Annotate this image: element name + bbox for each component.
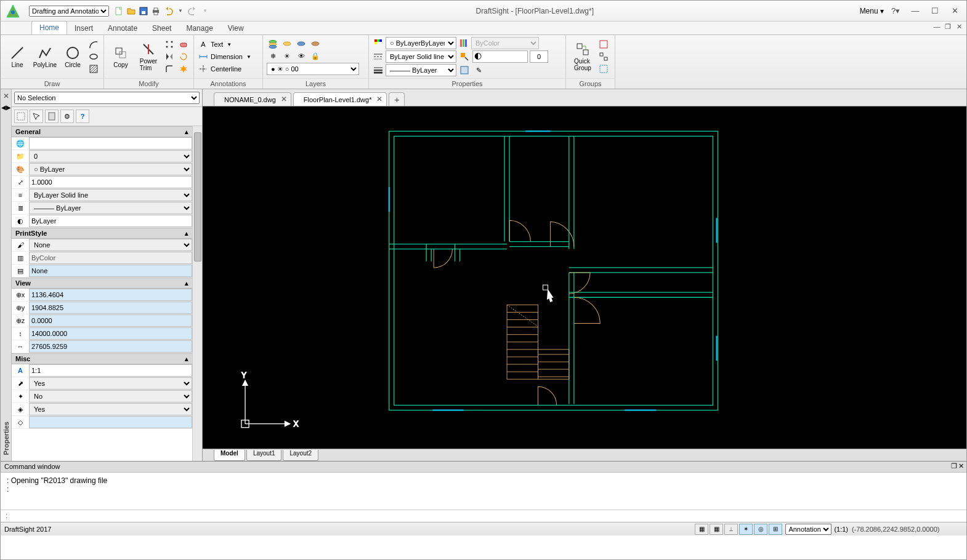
powertrim-button[interactable]: Power Trim [136,38,161,75]
prop-layer[interactable]: 0 [29,150,192,162]
ortho-toggle[interactable]: ⟂ [724,524,738,535]
tab-home[interactable]: Home [31,21,67,34]
group-edit-icon[interactable] [597,39,610,50]
layer-states-icon[interactable] [281,38,293,49]
open-icon[interactable] [126,6,136,16]
prop-ucsorigin[interactable]: No [29,390,192,402]
new-tab-button[interactable]: + [389,92,405,106]
panel-close-icon[interactable]: ✕ [3,92,9,100]
match-props-icon[interactable] [458,51,471,62]
prop-extra[interactable] [29,416,192,428]
layer-isolate-icon[interactable] [309,38,322,49]
cat-view[interactable]: View▴ [12,278,192,289]
doc-tab-floorplan[interactable]: FloorPlan-Level1.dwg*✕ [293,92,387,106]
undo-dropdown-icon[interactable]: ▼ [176,6,185,16]
layer-hide-icon[interactable]: 👁 [295,50,307,62]
arc-icon[interactable] [87,39,100,50]
command-history[interactable]: : Opening "R2013" drawing file : [1,473,966,510]
centerline-button[interactable]: Centerline [198,63,251,74]
layer-lock-icon[interactable]: 🔒 [309,50,322,62]
annotation-scale-select[interactable]: Annotation [785,524,831,535]
prop-lineweight[interactable]: ——— ByLayer [29,202,192,214]
prop-height[interactable] [29,327,192,340]
circle-button[interactable]: Circle [60,38,86,75]
etrack-toggle[interactable]: ⊞ [769,524,782,535]
explode-icon[interactable] [177,63,190,74]
help-split-icon[interactable]: ?▾ [888,6,904,17]
prop-ucsicon[interactable]: Yes [29,377,192,390]
tab-sheet[interactable]: Sheet [145,22,179,34]
selection-filter[interactable]: No Selection [14,92,200,104]
properties-tab-label[interactable]: Properties [2,422,10,455]
linestyle-select[interactable]: ByLayer Solid line [386,50,456,63]
prop-linestyle[interactable]: ByLayer Solid line [29,189,192,201]
prop-annoscale[interactable] [29,364,192,377]
doc-minimize-icon[interactable]: — [932,23,942,31]
prop-scale[interactable] [29,176,192,188]
color-select[interactable]: ○ ByLayerByLayer [386,37,456,49]
prop-pstyle[interactable]: None [29,239,192,251]
layer-thaw-icon[interactable]: ☀ [281,50,293,62]
cat-misc[interactable]: Misc▴ [12,353,192,364]
polar-toggle[interactable]: ✶ [739,524,753,535]
polyline-button[interactable]: PolyLine [32,38,58,75]
group-select-icon[interactable] [597,63,610,74]
calc-icon[interactable] [45,110,59,123]
tab-annotate[interactable]: Annotate [100,22,145,34]
ellipse-icon[interactable] [87,51,100,62]
command-input[interactable] [1,510,966,522]
doc-tab-noname[interactable]: NONAME_0.dwg✕ [214,92,291,106]
apply-icon[interactable]: ✎ [472,65,485,76]
prop-width[interactable] [29,340,192,353]
copy-button[interactable]: Copy [108,38,134,75]
text-button[interactable]: AText▼ [198,39,251,50]
panel-pin-icon[interactable]: ◀▶ [1,104,11,111]
fillet-icon[interactable] [163,63,176,74]
prop-color[interactable]: ○ ByLayer [29,163,192,175]
new-icon[interactable] [114,6,124,16]
snap-toggle[interactable]: ▦ [695,524,708,535]
redo-dropdown-icon[interactable]: ▼ [200,6,210,16]
esnap-toggle[interactable]: ◎ [754,524,767,535]
toggle-icon[interactable]: ⚙ [60,110,74,123]
tab-manage[interactable]: Manage [179,22,220,34]
pattern-icon[interactable] [163,39,176,50]
cmd-float-icon[interactable]: ❐ [951,462,957,470]
prop-center-x[interactable] [29,289,192,301]
hatch-icon[interactable] [87,63,100,74]
prop-hyperlink[interactable] [29,137,192,150]
transparency-input[interactable] [530,50,548,63]
erase-icon[interactable] [177,39,190,50]
tab-close-icon[interactable]: ✕ [376,95,382,103]
prop-center-y[interactable] [29,302,192,314]
layer-man-icon[interactable] [267,38,279,49]
maximize-icon[interactable]: ☐ [927,6,943,17]
print-icon[interactable] [151,6,161,16]
quickgroup-button[interactable]: Quick Group [570,38,596,75]
prop-center-z[interactable] [29,314,192,327]
layout-tab-2[interactable]: Layout2 [283,450,318,461]
dimension-button[interactable]: Dimension▼ [198,51,251,62]
list-props-icon[interactable] [458,65,471,76]
cat-printstyle[interactable]: PrintStyle▴ [12,228,192,239]
line-button[interactable]: Line [4,38,30,75]
layer-freeze-icon[interactable]: ❄ [267,50,279,62]
save-icon[interactable] [139,6,148,16]
workspace-selector[interactable]: Drafting and Annotation [29,6,109,17]
layout-tab-1[interactable]: Layout1 [246,450,282,461]
undo-icon[interactable] [163,6,173,16]
tab-insert[interactable]: Insert [67,22,100,34]
prop-transparency[interactable] [29,215,192,227]
help-icon[interactable]: ? [76,110,89,123]
lineweight-select[interactable]: ——— ByLayer [386,64,456,76]
doc-restore-icon[interactable]: ❐ [943,23,953,31]
quickselect-icon[interactable] [14,110,28,123]
tab-close-icon[interactable]: ✕ [281,95,287,103]
tab-view[interactable]: View [221,22,251,34]
prop-ucsper[interactable]: Yes [29,403,192,415]
cmd-close-icon[interactable]: ✕ [958,462,964,470]
props-scrollbar[interactable] [192,126,202,461]
mirror-icon[interactable] [163,51,176,62]
properties-list[interactable]: General▴ 🌐 📁0 🎨○ ByLayer ⤢ ≡ByLayer Soli… [12,126,192,461]
pick-icon[interactable] [30,110,43,123]
